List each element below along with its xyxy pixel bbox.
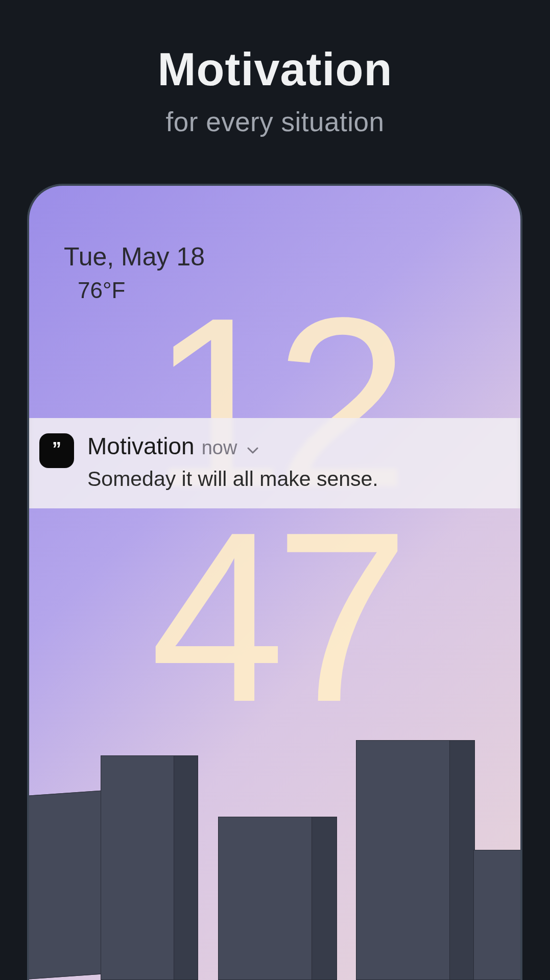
skyline-building — [312, 817, 337, 980]
notification-header: Motivation now — [87, 432, 510, 460]
lock-screen: Tue, May 18 76°F 12 47 ” Motivation now — [29, 186, 520, 980]
promo-title: Motivation — [0, 43, 550, 96]
notification-app-icon: ” — [39, 433, 74, 468]
skyline-building — [218, 817, 313, 980]
promo-header: Motivation for every situation — [0, 0, 550, 137]
chevron-down-icon[interactable] — [247, 445, 258, 457]
quote-icon: ” — [52, 445, 61, 457]
temperature-label: 76°F — [78, 278, 125, 303]
notification-content: Motivation now Someday it will all make … — [87, 432, 510, 491]
skyline-building — [449, 740, 475, 980]
notification-time: now — [202, 437, 237, 459]
notification-body: Someday it will all make sense. — [87, 467, 510, 491]
clock-display: 12 47 — [150, 303, 399, 716]
notification-card[interactable]: ” Motivation now Someday it will all mak… — [27, 418, 522, 508]
skyline-building — [473, 850, 522, 980]
clock-minutes: 47 — [150, 518, 399, 717]
phone-mockup: Tue, May 18 76°F 12 47 ” Motivation now — [27, 184, 522, 980]
wallpaper-skyline — [29, 704, 520, 980]
promo-subtitle: for every situation — [0, 106, 550, 137]
skyline-building — [356, 740, 450, 980]
skyline-building — [101, 755, 175, 980]
notification-app-name: Motivation — [87, 432, 195, 460]
skyline-building — [174, 755, 198, 980]
